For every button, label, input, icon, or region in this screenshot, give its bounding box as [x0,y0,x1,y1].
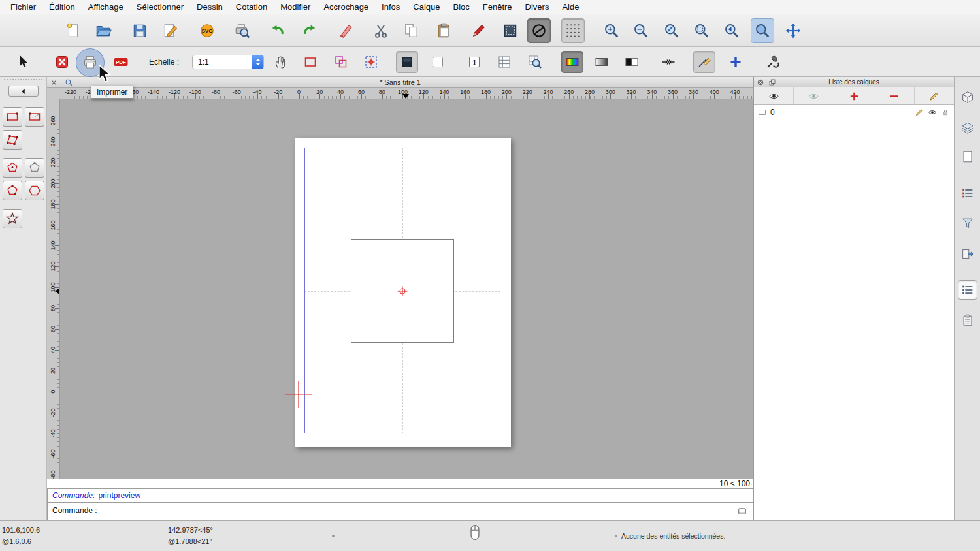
menu-modifier[interactable]: Modifier [274,0,317,14]
export-page-panel-button[interactable] [958,244,977,264]
one-box-button[interactable]: 1 [463,51,485,73]
float-panel-icon[interactable] [768,78,776,86]
layer-lock-icon[interactable] [941,108,950,117]
cube-3d-panel-button[interactable] [958,87,977,107]
circle-off-icon [531,22,547,39]
layer-row[interactable]: 0 [754,105,954,119]
h-ruler-label: 160 [460,89,470,95]
open-file-button[interactable] [91,18,115,43]
tools-hammer-button[interactable] [762,51,784,73]
menu-fenetre[interactable]: Fenêtre [476,0,519,14]
menu-calque[interactable]: Calque [406,0,446,14]
remove-layer-button[interactable] [874,87,914,104]
bw-gradient-button[interactable] [621,51,643,73]
color-spectrum-button[interactable] [561,51,583,73]
draft-dark-box-button[interactable] [396,51,418,73]
grid-toggle-button[interactable] [493,51,515,73]
drawing-canvas[interactable] [60,99,753,479]
new-document-button[interactable] [61,18,85,43]
add-layer-button[interactable] [834,87,874,104]
collapse-panel-button[interactable] [8,86,39,97]
hand-pan-button[interactable] [270,51,292,73]
edit-layer-button[interactable] [915,87,954,104]
close-red-button[interactable] [51,51,73,73]
rect-two-points-tool-button[interactable] [3,107,22,127]
command-input[interactable]: Commande : [47,503,753,520]
zoom-select-button[interactable] [690,18,713,43]
line-attributes-button[interactable] [693,51,715,73]
blank-page-panel-button[interactable] [958,147,977,166]
gray-gradient-button[interactable] [591,51,613,73]
zoom-auto-button[interactable] [660,18,683,43]
viewport-frame-button[interactable] [299,51,321,73]
menu-selectionner[interactable]: Sélectionner [130,0,190,14]
entity-list-panel-button[interactable] [958,280,977,300]
menu-affichage[interactable]: Affichage [82,0,130,14]
menu-accrochage[interactable]: Accrochage [317,0,375,14]
layer-eye-icon[interactable] [928,108,937,117]
print-preview-button[interactable] [231,18,254,43]
svg-export-button[interactable]: SVG [195,18,219,43]
paste-button[interactable] [432,18,455,43]
menu-infos[interactable]: Infos [375,0,406,14]
cut-button[interactable] [369,18,393,43]
polygon-inactive-tool-button[interactable] [25,158,44,178]
view-previous-button[interactable] [720,18,743,43]
zoom-window-button[interactable] [751,18,774,43]
scale-select[interactable]: 1:1 [192,55,264,69]
undo-button[interactable] [266,18,289,43]
copy-button[interactable] [400,18,423,43]
zoom-in-button[interactable] [600,18,623,43]
plus-blue-button[interactable] [725,51,747,73]
origin-marker-button[interactable] [360,51,382,73]
eye-open-button[interactable] [754,87,794,104]
selection-arrow-button[interactable] [12,51,34,73]
scale-stepper[interactable] [252,55,263,69]
redo-button[interactable] [298,18,321,43]
panel-drag-handle[interactable] [4,79,42,83]
view-previous-icon [723,22,740,39]
polygon-center-corner-icon [5,160,20,176]
layer-checkbox-icon[interactable] [758,108,767,117]
draw-pen-button[interactable] [467,18,491,43]
menu-dessin[interactable]: Dessin [190,0,229,14]
menu-divers[interactable]: Divers [519,0,556,14]
menu-aide[interactable]: Aide [555,0,585,14]
rect-corner-tool-button[interactable] [25,107,44,127]
overlapping-rects-button[interactable] [330,51,352,73]
filter-funnel-panel-button[interactable] [958,213,977,233]
menu-cotation[interactable]: Cotation [229,0,274,14]
menu-fichier[interactable]: Fichier [4,0,42,14]
select-window-button[interactable] [498,18,522,43]
command-window-toggle-icon[interactable] [737,507,747,516]
close-panel-icon[interactable] [757,78,764,86]
tab-magnifier-icon[interactable] [65,78,73,87]
tab-title[interactable]: * Sans titre 1 [380,78,421,86]
polygon-corner-corner-tool-button[interactable] [3,181,22,200]
menu-bloc[interactable]: Bloc [446,0,476,14]
clipboard-panel-panel-button[interactable] [958,311,977,330]
menu-edition[interactable]: Édition [42,0,82,14]
property-list-panel-button[interactable] [958,183,977,203]
circle-off-button[interactable] [527,18,551,43]
layers-stack-panel-button[interactable] [958,118,977,138]
delete-entity-button[interactable] [335,18,358,43]
layer-pencil-icon[interactable] [915,108,924,117]
pan-button[interactable] [781,18,805,43]
edit-document-button[interactable] [159,18,182,43]
polygon-side-tool-button[interactable] [25,181,44,200]
save-button[interactable] [128,18,152,43]
converge-arrows-button[interactable] [657,51,679,73]
snap-grid-dots-icon [564,22,581,39]
snap-grid-dots-button[interactable] [561,18,585,43]
scale-value: 1:1 [198,57,209,67]
star-tool-button[interactable] [3,209,22,228]
zoom-grid-button[interactable] [524,51,546,73]
quad-four-points-tool-button[interactable] [3,130,22,150]
polygon-center-corner-tool-button[interactable] [3,158,22,178]
close-tab-icon[interactable] [50,79,57,86]
v-ruler-label: 140 [48,236,57,255]
eye-closed-button[interactable] [794,87,834,104]
zoom-out-button[interactable] [629,18,653,43]
draft-white-box-button[interactable] [427,51,449,73]
